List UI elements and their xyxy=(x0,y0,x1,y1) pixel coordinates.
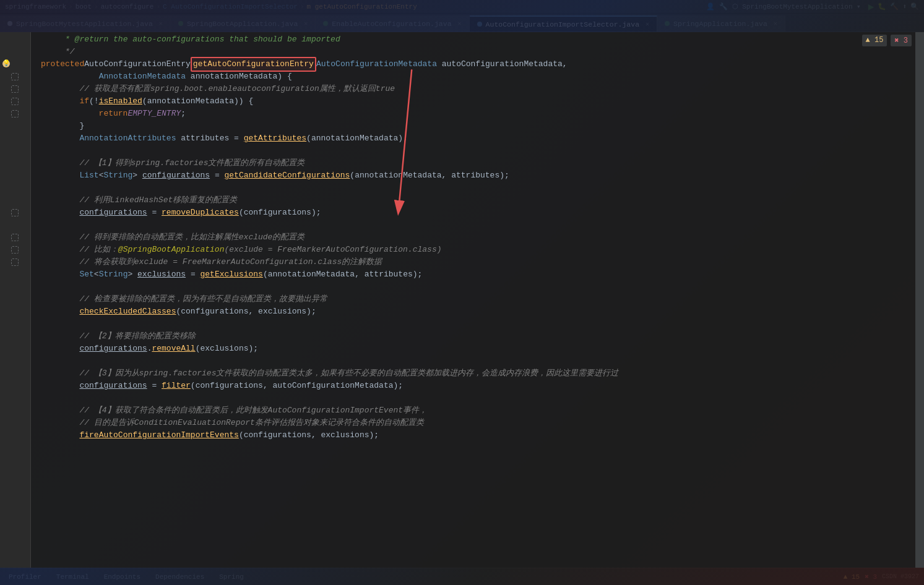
code-line-34: // 【4】获取了符合条件的自动配置类后，此时触发AutoConfigurati… xyxy=(31,404,915,417)
return-keyword: return xyxy=(41,108,127,120)
line-num-12 xyxy=(0,132,30,145)
bulb-icon[interactable]: 💡 xyxy=(2,60,10,67)
line-num-28 xyxy=(0,330,30,343)
code-line-26: checkExcludedClasses(configurations, exc… xyxy=(31,305,915,318)
line-25-comment: // 检查要被排除的配置类，因为有些不是自动配置类，故要抛出异常 xyxy=(41,293,327,305)
line-num-blank1 xyxy=(0,33,30,46)
code-line-20: // 得到要排除的自动配置类，比如注解属性exclude的配置类 xyxy=(31,231,915,244)
code-line-22: // 将会获取到exclude = FreeMarkerAutoConfigur… xyxy=(31,256,915,268)
code-line-18: configurations = removeDuplicates(config… xyxy=(31,207,915,219)
code-line-blank2 xyxy=(31,182,915,194)
line-num-blank5 xyxy=(0,219,30,231)
line-num-22 xyxy=(0,256,30,268)
code-line-32: configurations = filter(configurations, … xyxy=(31,380,915,392)
code-line-25: // 检查要被排除的配置类，因为有些不是自动配置类，故要抛出异常 xyxy=(31,293,915,305)
line-num-29 xyxy=(0,343,30,355)
line-num-20 xyxy=(0,231,30,244)
line-num-36 xyxy=(0,429,30,442)
code-line-blank1 xyxy=(31,145,915,157)
line-num-blank4 xyxy=(0,182,30,194)
code-line-comment-return: * @return the auto-configurations that s… xyxy=(31,33,915,46)
line-num-25 xyxy=(0,293,30,305)
line-21-comment: // 比如：@SpringBootApplication(exclude = F… xyxy=(41,244,442,256)
line-11-brace: } xyxy=(41,120,84,132)
code-line-35: // 目的是告诉ConditionEvaluationReport条件评估报告对… xyxy=(31,417,915,429)
line-29-text: configurations.removeAll(exclusions); xyxy=(41,343,258,355)
code-line-23: Set<String> exclusions = getExclusions(a… xyxy=(31,268,915,281)
line-num-7 xyxy=(0,70,30,83)
return-comment: * @return the auto-configurations that s… xyxy=(41,33,340,46)
line-numbers: 💡 6 xyxy=(0,32,31,568)
code-line-blank7 xyxy=(31,392,915,404)
line-num-23 xyxy=(0,268,30,281)
line-28-comment: // 【2】将要排除的配置类移除 xyxy=(41,330,196,343)
line-num-32 xyxy=(0,380,30,392)
code-line-blank6 xyxy=(31,355,915,367)
line-num-15 xyxy=(0,169,30,182)
code-line-12: AnnotationAttributes attributes = getAtt… xyxy=(31,132,915,145)
line-num-21 xyxy=(0,244,30,256)
line-26-text: checkExcludedClasses(configurations, exc… xyxy=(41,305,316,318)
code-line-star: */ xyxy=(31,46,915,58)
breakpoint-10[interactable] xyxy=(11,110,19,117)
line-num-10 xyxy=(0,108,30,120)
return-type: AutoConfigurationEntry xyxy=(84,58,191,70)
line-num-9 xyxy=(0,95,30,108)
code-line-21: // 比如：@SpringBootApplication(exclude = F… xyxy=(31,244,915,256)
line-num-14 xyxy=(0,157,30,169)
line-num-34 xyxy=(0,404,30,417)
line-num-6: 💡 6 xyxy=(0,58,30,70)
line-num-blank3 xyxy=(0,145,30,157)
line-23-text: Set<String> exclusions = getExclusions(a… xyxy=(41,268,422,281)
line-num-8 xyxy=(0,83,30,95)
line-num-26 xyxy=(0,305,30,318)
line-17-comment: // 利用LinkedHashSet移除重复的配置类 xyxy=(41,194,237,207)
line-34-comment: // 【4】获取了符合条件的自动配置类后，此时触发AutoConfigurati… xyxy=(41,404,427,417)
line-7-text: AnnotationMetadata annotationMetadata) { xyxy=(41,70,292,83)
line-num-blank8 xyxy=(0,355,30,367)
line-15-type: List<String> configurations = getCandida… xyxy=(41,169,509,182)
right-gutter[interactable] xyxy=(915,32,924,568)
error-count: ✖ 3 xyxy=(891,35,912,46)
code-line-10: return EMPTY_ENTRY ; xyxy=(31,108,915,120)
code-line-17: // 利用LinkedHashSet移除重复的配置类 xyxy=(31,194,915,207)
line-12-text: AnnotationAttributes attributes = getAtt… xyxy=(41,132,408,145)
breakpoint-18[interactable] xyxy=(11,209,19,216)
code-line-28: // 【2】将要排除的配置类移除 xyxy=(31,330,915,343)
line-31-comment: // 【3】因为从spring.factories文件获取的自动配置类太多，如果… xyxy=(41,367,618,380)
breakpoint-20[interactable] xyxy=(11,234,19,241)
star-line: */ xyxy=(41,46,75,58)
line-num-blank2 xyxy=(0,46,30,58)
editor-main: 💡 6 xyxy=(0,32,924,568)
params-6: AutoConfigurationMetadata autoConfigurat… xyxy=(316,58,568,70)
line-num-blank7 xyxy=(0,318,30,330)
line-8-comment: // 获取是否有配置spring.boot.enableautoconfigur… xyxy=(41,83,395,95)
breakpoint-9[interactable] xyxy=(11,98,19,105)
line-num-blank6 xyxy=(0,281,30,293)
line-num-11 xyxy=(0,120,30,132)
method-highlight-box: getAutoConfigurationEntry xyxy=(191,57,316,72)
line-9-rest: (!isEnabled(annotationMetadata)) { xyxy=(89,95,253,108)
breakpoint-21[interactable] xyxy=(11,246,19,254)
breakpoint-8[interactable] xyxy=(11,85,19,93)
line-18-text: configurations = removeDuplicates(config… xyxy=(41,207,321,219)
line-20-comment: // 得到要排除的自动配置类，比如注解属性exclude的配置类 xyxy=(41,231,304,244)
if-keyword: if xyxy=(41,95,89,108)
protected-keyword: protected xyxy=(41,58,84,70)
code-line-blank4 xyxy=(31,281,915,293)
code-line-36: fireAutoConfigurationImportEvents(config… xyxy=(31,429,915,442)
line-35-comment: // 目的是告诉ConditionEvaluationReport条件评估报告对… xyxy=(41,417,424,429)
breakpoint-7[interactable] xyxy=(11,73,19,80)
line-num-17 xyxy=(0,194,30,207)
code-line-blank5 xyxy=(31,318,915,330)
line-14-comment: // 【1】得到spring.factories文件配置的所有自动配置类 xyxy=(41,157,304,169)
code-line-8: // 获取是否有配置spring.boot.enableautoconfigur… xyxy=(31,83,915,95)
warning-count: ▲ 15 xyxy=(862,35,887,46)
code-area: * @return the auto-configurations that s… xyxy=(31,32,915,568)
breakpoint-22[interactable] xyxy=(11,258,19,266)
method-name: getAutoConfigurationEntry xyxy=(193,59,314,69)
code-line-14: // 【1】得到spring.factories文件配置的所有自动配置类 xyxy=(31,157,915,169)
line-num-18 xyxy=(0,207,30,219)
code-line-9: if (!isEnabled(annotationMetadata)) { xyxy=(31,95,915,108)
editor-container: springframework › boot › autoconfigure ›… xyxy=(0,0,924,585)
